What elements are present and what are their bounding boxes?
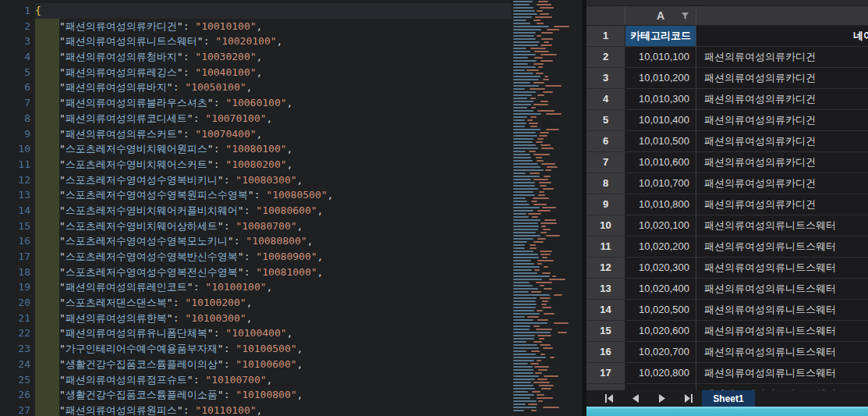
line-number[interactable]: 11 — [0, 157, 35, 172]
horizontal-scrollbar[interactable] — [586, 407, 868, 416]
cell-name[interactable]: 패션의류여성의류니트스웨터 — [696, 321, 868, 342]
row-number[interactable]: 8 — [586, 173, 625, 194]
line-number[interactable]: 17 — [0, 249, 35, 265]
cell-name[interactable]: 패션의류여성의류카디건 — [696, 131, 868, 152]
code-line[interactable]: 25"패션의류여성의류점프슈트": "10100700", — [0, 372, 512, 388]
code-line[interactable]: 14"스포츠레저수영비치웨어커플비치웨어": "10080600", — [0, 203, 512, 219]
row-number[interactable]: 18 — [586, 384, 625, 390]
line-number[interactable]: 13 — [0, 187, 35, 203]
line-number[interactable]: 9 — [0, 126, 35, 142]
row-number[interactable]: 12 — [586, 258, 625, 279]
cell-name[interactable]: 패션의류여성의류카디건 — [696, 47, 868, 68]
cell-code[interactable]: 10,020,400 — [625, 279, 696, 300]
column-header-b[interactable] — [696, 6, 868, 25]
cell-name[interactable]: 패션의류여성의류니트스웨터 — [696, 300, 868, 321]
funnel-icon[interactable] — [681, 12, 689, 20]
row-number[interactable]: 3 — [586, 68, 625, 89]
code-line[interactable]: 9"패션의류여성의류스커트": "10070400", — [0, 126, 512, 142]
cell-code[interactable]: 10,020,500 — [625, 300, 696, 321]
code-line[interactable]: 26"생활건강수집품코스튬플레이소품": "10100800", — [0, 387, 512, 403]
cell-b1[interactable]: 네이 — [696, 26, 868, 47]
cell-name[interactable]: 패션의류여성의류니트스웨터 — [696, 363, 868, 384]
cell-code[interactable]: 10,020,300 — [625, 258, 696, 279]
tab-sheet1[interactable]: Sheet1 — [702, 390, 755, 407]
cell-name[interactable]: 패션의류여성의류니트스웨터 — [696, 279, 868, 300]
line-number[interactable]: 8 — [0, 111, 35, 126]
code-line[interactable]: 22"패션의류여성의류유니폼단체복": "10100400", — [0, 325, 512, 341]
cell-code[interactable]: 10,020,800 — [625, 363, 696, 384]
code-line[interactable]: 24"생활건강수집품코스튬플레이의상": "10100600", — [0, 357, 512, 372]
line-number[interactable]: 16 — [0, 233, 35, 249]
cell-code[interactable]: 10,010,700 — [625, 173, 696, 194]
code-line[interactable]: 21"패션의류여성의류한복": "10100300", — [0, 311, 512, 326]
previous-sheet-button[interactable] — [622, 390, 649, 407]
line-number[interactable]: 6 — [0, 80, 35, 95]
minimap[interactable] — [512, 0, 582, 416]
code-line[interactable]: 15"스포츠레저수영비치웨어상하세트": "10080700", — [0, 219, 512, 234]
code-editor[interactable]: 1{2"패션의류여성의류카디건": "10010100",3"패션의류여성의류니… — [0, 0, 512, 416]
row-number[interactable]: 1 — [586, 26, 625, 47]
cell-code[interactable]: 10,010,400 — [625, 110, 696, 131]
row-number[interactable]: 5 — [586, 110, 625, 131]
cell-name[interactable]: 패션의류여성의류니트스웨터 — [696, 384, 868, 390]
cell-name[interactable]: 패션의류여성의류니트스웨터 — [696, 342, 868, 363]
line-number[interactable]: 15 — [0, 219, 35, 234]
cell-code[interactable]: 10,010,800 — [625, 194, 696, 215]
cell-code[interactable]: 10,020,600 — [625, 321, 696, 342]
line-number[interactable]: 23 — [0, 341, 35, 357]
cell-code[interactable]: 10,010,200 — [625, 68, 696, 89]
line-number[interactable]: 14 — [0, 203, 35, 219]
line-number[interactable]: 7 — [0, 95, 35, 111]
line-number[interactable]: 25 — [0, 372, 35, 388]
row-number[interactable]: 11 — [586, 236, 625, 258]
code-line[interactable]: 19"패션의류여성의류레인코트": "10100100", — [0, 279, 512, 295]
code-line[interactable]: 3"패션의류여성의류니트스웨터": "10020100", — [0, 34, 512, 49]
row-number[interactable]: 2 — [586, 47, 625, 68]
line-number[interactable]: 20 — [0, 295, 35, 311]
line-number[interactable]: 5 — [0, 65, 35, 80]
row-number[interactable]: 17 — [586, 363, 625, 384]
line-number[interactable]: 21 — [0, 311, 35, 326]
code-line[interactable]: 2"패션의류여성의류카디건": "10010100", — [0, 19, 512, 34]
line-number[interactable]: 27 — [0, 403, 35, 416]
cell-name[interactable]: 패션의류여성의류카디건 — [696, 68, 868, 89]
cell-name[interactable]: 패션의류여성의류카디건 — [696, 110, 868, 131]
code-line[interactable]: 1{ — [0, 3, 512, 19]
cell-code[interactable]: 10,020,900 — [625, 384, 696, 390]
code-line[interactable]: 17"스포츠레저수영여성수영복반신수영복": "10080900", — [0, 249, 512, 265]
cell-code[interactable]: 10,010,300 — [625, 89, 696, 110]
cell-name[interactable]: 패션의류여성의류카디건 — [696, 194, 868, 215]
row-number[interactable]: 7 — [586, 152, 625, 173]
cell-code[interactable]: 10,020,100 — [625, 215, 696, 236]
line-number[interactable]: 22 — [0, 325, 35, 341]
line-number[interactable]: 12 — [0, 172, 35, 188]
column-header-a[interactable]: A — [625, 6, 696, 25]
code-line[interactable]: 13"스포츠레저수영여성수영복원피스수영복": "10080500", — [0, 187, 512, 203]
code-line[interactable]: 27"패션의류여성의류원피스": "10110100", — [0, 403, 512, 416]
cell-name[interactable]: 패션의류여성의류니트스웨터 — [696, 215, 868, 236]
cell-name[interactable]: 패션의류여성의류카디건 — [696, 89, 868, 110]
line-number[interactable]: 3 — [0, 34, 35, 49]
next-sheet-button[interactable] — [649, 390, 675, 407]
line-number[interactable]: 1 — [0, 3, 35, 19]
row-number[interactable]: 16 — [586, 342, 625, 363]
row-number[interactable]: 15 — [586, 321, 625, 342]
select-all-corner[interactable] — [586, 6, 625, 25]
line-number[interactable]: 19 — [0, 279, 35, 295]
code-line[interactable]: 8"패션의류여성의류코디세트": "10070100", — [0, 111, 512, 126]
code-line[interactable]: 5"패션의류여성의류레깅스": "10040100", — [0, 65, 512, 80]
cell-name[interactable]: 패션의류여성의류카디건 — [696, 152, 868, 173]
row-number[interactable]: 4 — [586, 89, 625, 110]
cell-code[interactable]: 10,010,500 — [625, 131, 696, 152]
code-line[interactable]: 20"스포츠레저댄스댄스복": "10100200", — [0, 295, 512, 311]
row-number[interactable]: 6 — [586, 131, 625, 152]
code-line[interactable]: 16"스포츠레저수영여성수영복모노키니": "10080800", — [0, 233, 512, 249]
line-number[interactable]: 4 — [0, 49, 35, 65]
row-number[interactable]: 13 — [586, 279, 625, 300]
first-sheet-button[interactable] — [596, 390, 622, 407]
cell-name[interactable]: 패션의류여성의류카디건 — [696, 173, 868, 194]
cell-code[interactable]: 10,010,100 — [625, 47, 696, 68]
code-line[interactable]: 6"패션의류여성의류바지": "10050100", — [0, 80, 512, 95]
code-line[interactable]: 10"스포츠레저수영비치웨어원피스": "10080100", — [0, 141, 512, 157]
line-number[interactable]: 24 — [0, 357, 35, 372]
